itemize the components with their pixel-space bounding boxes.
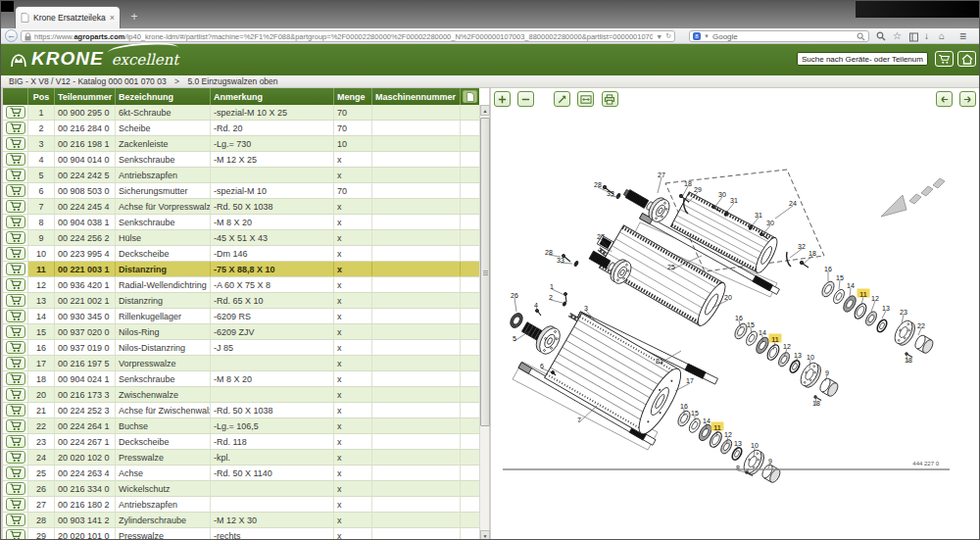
next-page-button[interactable] <box>959 91 976 107</box>
bearing-ring[interactable] <box>776 351 791 368</box>
scrollbar-thumb[interactable] <box>480 118 490 426</box>
zoom-in-button[interactable] <box>494 91 511 107</box>
add-to-cart-button[interactable] <box>6 325 25 338</box>
exploded-parts-diagram[interactable]: 2833271829303131302432182527283320161514… <box>493 109 979 540</box>
part-callout-11[interactable]: 11 <box>859 291 867 298</box>
part-callout-18[interactable]: 18 <box>905 357 912 364</box>
table-row[interactable]: 500 224 242 5Antriebszapfenx <box>3 168 479 183</box>
part-callout-27[interactable]: 27 <box>658 172 665 178</box>
add-to-cart-button[interactable] <box>6 263 25 275</box>
part-callout-22[interactable]: 22 <box>917 322 925 329</box>
scroll-up-icon[interactable]: ▲ <box>480 105 490 116</box>
part-callout-12[interactable]: 12 <box>871 295 879 302</box>
part-callout-10[interactable]: 10 <box>807 354 814 361</box>
table-row[interactable]: 1400 930 345 0Rillenkugellager-6209 RSx <box>3 309 479 324</box>
bearing-ring[interactable] <box>831 288 846 306</box>
part-callout-15[interactable]: 15 <box>691 410 699 417</box>
add-to-cart-button[interactable] <box>6 294 25 307</box>
part-callout-18[interactable]: 18 <box>812 400 820 407</box>
table-row[interactable]: 600 908 503 0Sicherungsmutter-spezial-M … <box>3 183 479 199</box>
table-row[interactable]: 1800 904 024 1Senkschraube-M 8 X 20x <box>3 371 479 387</box>
part-callout-24[interactable]: 24 <box>789 200 797 207</box>
part-callout-13[interactable]: 13 <box>882 305 890 312</box>
part-callout-13[interactable]: 13 <box>734 440 742 447</box>
part-callout-9[interactable]: 9 <box>768 458 772 465</box>
add-to-cart-button[interactable] <box>6 310 25 322</box>
part-callout-16[interactable]: 16 <box>680 403 688 410</box>
part-callout-14[interactable]: 14 <box>759 329 766 336</box>
part-callout-30[interactable]: 30 <box>766 220 774 226</box>
browser-search-bar[interactable]: 8 ▼ Google <box>689 30 869 42</box>
menu-icon[interactable]: ≡ <box>959 29 966 43</box>
search-icon[interactable] <box>876 31 886 41</box>
add-to-cart-button[interactable] <box>6 341 25 354</box>
table-row[interactable]: 2700 216 180 2Antriebszapfenx <box>3 497 479 513</box>
print-button[interactable] <box>602 91 618 107</box>
table-row[interactable]: 1500 937 020 0Nilos-Ring-6209 ZJVx <box>3 324 479 340</box>
add-to-cart-button[interactable] <box>6 216 25 228</box>
part-callout-5[interactable]: 5 <box>513 335 516 342</box>
bushing[interactable] <box>818 377 840 398</box>
browser-tab[interactable]: Krone Ersatzteilekatalog × <box>15 6 121 28</box>
part-callout-13[interactable]: 13 <box>794 352 802 359</box>
zoom-select-button[interactable] <box>554 91 570 107</box>
add-to-cart-button[interactable] <box>6 529 25 540</box>
table-row[interactable]: 2920 020 101 0Presswalze-rechtsx <box>3 528 479 540</box>
part-callout-18[interactable]: 18 <box>684 180 692 187</box>
part-callout-33[interactable]: 33 <box>607 190 614 197</box>
bookmark-star-icon[interactable]: ☆ <box>893 29 902 43</box>
table-scrollbar[interactable]: ▲ ▼ <box>479 105 489 540</box>
add-to-cart-button[interactable] <box>6 357 25 369</box>
part-callout-14[interactable]: 14 <box>703 417 710 424</box>
add-to-cart-button[interactable] <box>6 388 25 401</box>
add-to-cart-button[interactable] <box>6 498 25 511</box>
table-row[interactable]: 1700 216 197 5Vorpresswalzex <box>3 356 479 371</box>
table-row[interactable]: 900 224 256 2Hülse-45 X 51 X 43x <box>3 230 479 246</box>
table-row[interactable]: 2800 903 141 2Zylinderschraube-M 12 X 30… <box>3 513 479 528</box>
table-row[interactable]: 800 904 038 1Senkschraube-M 8 X 20x <box>3 215 479 230</box>
table-row[interactable]: 1600 937 019 0Nilos-Distanzring-J 85x <box>3 340 479 356</box>
part-callout-17[interactable]: 17 <box>686 377 694 384</box>
table-row[interactable]: 1300 221 002 1Distanzring-Rd. 65 X 10x <box>3 293 479 309</box>
part-callout-6[interactable]: 6 <box>540 363 544 369</box>
part-callout-16[interactable]: 16 <box>824 266 832 272</box>
part-callout-9[interactable]: 9 <box>825 369 829 376</box>
add-to-cart-button[interactable] <box>6 231 25 244</box>
add-to-cart-button[interactable] <box>6 451 25 464</box>
table-row[interactable]: 2500 224 263 4Achse-Rd. 50 X 1140x <box>3 466 479 481</box>
part-callout-4[interactable]: 4 <box>534 302 538 309</box>
part-callout-26[interactable]: 26 <box>511 292 518 299</box>
downloads-icon[interactable]: ↓ <box>924 29 929 43</box>
part-callout-10[interactable]: 10 <box>751 442 759 449</box>
part-callout-25[interactable]: 25 <box>667 264 675 270</box>
part-callout-31[interactable]: 31 <box>755 212 762 219</box>
part-callout-29[interactable]: 29 <box>694 186 702 193</box>
part-callout-15[interactable]: 15 <box>836 274 844 281</box>
bushing[interactable] <box>913 334 935 355</box>
back-button[interactable]: ← <box>5 29 18 42</box>
table-row[interactable]: 1200 936 420 1Radial-Wellendichtring-A 6… <box>3 277 479 293</box>
part-callout-33[interactable]: 33 <box>557 257 564 264</box>
add-to-cart-button[interactable] <box>6 482 25 495</box>
home-icon[interactable]: ⌂ <box>939 29 945 43</box>
part-callout-31[interactable]: 31 <box>730 197 738 204</box>
part-callout-27[interactable]: 27 <box>597 233 605 240</box>
bearing-ring[interactable] <box>788 359 802 374</box>
add-to-cart-button[interactable] <box>6 278 25 291</box>
part-callout-32[interactable]: 32 <box>798 243 806 250</box>
table-row[interactable]: 2200 224 264 1Buchse-Lg.= 106,5x <box>3 418 479 434</box>
add-to-cart-button[interactable] <box>6 137 25 150</box>
document-button[interactable] <box>463 90 477 103</box>
bearing-ring[interactable] <box>875 319 889 334</box>
search-icon[interactable] <box>857 32 865 41</box>
tab-close-icon[interactable]: × <box>110 13 115 23</box>
part-callout-3[interactable]: 3 <box>584 305 588 312</box>
table-row[interactable]: 400 904 014 0Senkschraube-M 12 X 25x <box>3 152 479 168</box>
flange-disc[interactable] <box>891 318 918 348</box>
table-row[interactable]: 1000 223 995 4Deckscheibe-Dm 146x <box>3 246 479 262</box>
bushing[interactable] <box>760 464 782 484</box>
bearing-ring[interactable] <box>744 329 759 347</box>
reload-icon[interactable]: ↻ <box>665 32 671 40</box>
part-callout-18[interactable]: 18 <box>808 250 816 257</box>
cart-button[interactable] <box>935 51 954 67</box>
